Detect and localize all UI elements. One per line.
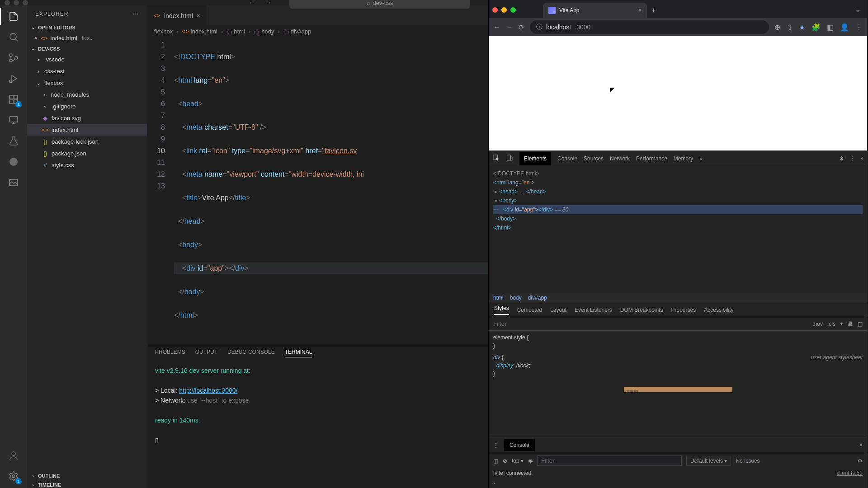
bc-div[interactable]: ⬚ div#app — [283, 28, 311, 35]
tab-layout[interactable]: Layout — [550, 307, 566, 313]
tab-listeners[interactable]: Event Listeners — [575, 307, 612, 313]
drawer-tab-console[interactable]: Console — [504, 439, 535, 451]
file-index[interactable]: <>index.html — [27, 124, 147, 136]
chevron-down-icon[interactable]: ⌄ — [855, 5, 861, 14]
more-icon[interactable]: ⋯ — [133, 11, 139, 17]
eye-icon[interactable]: ◉ — [528, 458, 533, 464]
search-act-icon[interactable] — [7, 31, 20, 43]
explorer-icon[interactable] — [7, 10, 20, 23]
tab-styles[interactable]: Styles — [494, 305, 509, 315]
file-favicon[interactable]: ◆favicon.svg — [27, 112, 147, 124]
timeline-section[interactable]: ›TIMELINE — [27, 480, 147, 488]
selected-element[interactable]: ⋯ <div id="app"></div> == $0 — [493, 205, 863, 214]
css-prop[interactable]: display — [496, 362, 513, 369]
edge-icon[interactable] — [7, 155, 20, 168]
bc-html[interactable]: ⬚ html — [226, 28, 245, 35]
tab-output[interactable]: OUTPUT — [195, 349, 217, 357]
gear-icon[interactable]: ⚙ — [858, 458, 863, 464]
tab-network[interactable]: Network — [610, 155, 630, 162]
menu-icon[interactable]: ⋮ — [493, 442, 499, 448]
inspect-icon[interactable] — [492, 154, 500, 163]
menu-icon[interactable]: ⋮ — [849, 155, 855, 162]
styles-body[interactable]: element.style { } user agent stylesheetd… — [489, 331, 867, 437]
close-dot[interactable] — [492, 7, 498, 13]
file-style[interactable]: #style.css — [27, 159, 147, 171]
zoom-dot[interactable] — [510, 7, 516, 13]
tab-dom-bp[interactable]: DOM Breakpoints — [620, 307, 663, 313]
test-icon[interactable] — [7, 135, 20, 147]
tab-props[interactable]: Properties — [671, 307, 696, 313]
close-icon[interactable]: × — [860, 155, 863, 162]
minimize-dot[interactable] — [14, 0, 19, 5]
new-tab-icon[interactable]: + — [651, 6, 656, 14]
cls-toggle[interactable]: .cls — [827, 321, 835, 327]
profile-icon[interactable]: 👤 — [840, 23, 849, 32]
back-icon[interactable]: ← — [249, 0, 256, 7]
folder-css-test[interactable]: ›css-test — [27, 65, 147, 77]
tab-memory[interactable]: Memory — [674, 155, 693, 162]
forward-icon[interactable]: → — [265, 0, 272, 7]
scm-icon[interactable] — [7, 52, 20, 64]
forward-icon[interactable]: → — [506, 23, 513, 31]
file-gitignore[interactable]: ◦.gitignore — [27, 100, 147, 112]
tab-a11y[interactable]: Accessibility — [704, 307, 733, 313]
devtools-breadcrumb[interactable]: html body div#app — [489, 293, 867, 303]
tab-console[interactable]: Console — [557, 155, 577, 162]
traffic-lights[interactable] — [5, 0, 28, 5]
debug-icon[interactable] — [7, 72, 20, 85]
bookmark-icon[interactable]: ★ — [799, 23, 805, 32]
file-pkg[interactable]: {}package.json — [27, 147, 147, 159]
sidebar-icon[interactable]: ◫ — [493, 458, 498, 464]
tab-computed[interactable]: Computed — [517, 307, 542, 313]
tab-problems[interactable]: PROBLEMS — [155, 349, 185, 357]
zoom-icon[interactable]: ⊕ — [774, 23, 780, 32]
clear-icon[interactable]: ⊘ — [503, 458, 507, 464]
folder-node-modules[interactable]: ›node_modules — [27, 89, 147, 100]
term-link[interactable]: http://localhost:3000/ — [179, 387, 237, 394]
menu-icon[interactable]: ⋮ — [855, 23, 863, 32]
code-content[interactable]: <!DOCTYPE html> <html lang="en"> <head> … — [174, 39, 488, 345]
close-icon[interactable]: × — [34, 35, 38, 42]
info-icon[interactable]: ⓘ — [536, 23, 542, 31]
box-model[interactable]: margin — [624, 387, 732, 392]
open-editor-item[interactable]: × <> index.html flex... — [27, 32, 147, 44]
extensions-icon[interactable]: 1 — [7, 93, 20, 106]
open-editors-section[interactable]: ⌄OPEN EDITORS — [27, 23, 147, 32]
share-icon[interactable]: ⇧ — [787, 23, 793, 32]
outline-section[interactable]: ›OUTLINE — [27, 471, 147, 480]
issues-label[interactable]: No Issues — [736, 458, 760, 464]
remote-icon[interactable] — [7, 114, 20, 127]
folder-flexbox[interactable]: ⌄flexbox — [27, 77, 147, 89]
url-bar[interactable]: ⓘ localhost:3000 — [530, 20, 769, 34]
minimize-dot[interactable] — [501, 7, 507, 13]
tab-performance[interactable]: Performance — [636, 155, 667, 162]
bc-html[interactable]: html — [493, 295, 504, 301]
styles-filter-input[interactable] — [493, 320, 812, 327]
editor-tab[interactable]: <> index.html × — [147, 5, 207, 25]
console-prompt[interactable]: › — [489, 478, 867, 488]
css-selector[interactable]: div — [493, 354, 500, 361]
extensions-icon[interactable]: 🧩 — [811, 23, 821, 32]
settings-icon[interactable]: 1 — [7, 470, 20, 483]
elements-panel[interactable]: <!DOCTYPE html> <html lang="en"> ▸<head>… — [489, 166, 867, 293]
tab-sources[interactable]: Sources — [584, 155, 604, 162]
zoom-dot[interactable] — [23, 0, 28, 5]
reload-icon[interactable]: ⟳ — [519, 23, 524, 32]
tab-terminal[interactable]: TERMINAL — [285, 349, 312, 357]
bc-folder[interactable]: flexbox — [154, 28, 173, 35]
tab-elements[interactable]: Elements — [519, 152, 551, 165]
breadcrumb[interactable]: flexbox› <> index.html› ⬚ html› ⬚ body› … — [147, 25, 488, 38]
chrome-traffic[interactable] — [492, 7, 516, 13]
close-icon[interactable]: × — [197, 12, 200, 19]
project-section[interactable]: ⌄DEV-CSS — [27, 44, 147, 53]
log-source[interactable]: client.ts:53 — [837, 470, 863, 476]
browser-tab[interactable]: Vite App × — [543, 3, 647, 18]
more-tabs-icon[interactable]: » — [699, 155, 703, 162]
css-val[interactable]: block — [516, 362, 529, 369]
bc-file[interactable]: <> index.html — [182, 28, 217, 35]
close-icon[interactable]: × — [638, 7, 642, 14]
css-rule[interactable]: element.style { — [493, 334, 528, 341]
plus-icon[interactable]: + — [840, 321, 843, 327]
gear-icon[interactable]: ⚙ — [839, 155, 844, 162]
hov-toggle[interactable]: :hov — [812, 321, 823, 327]
